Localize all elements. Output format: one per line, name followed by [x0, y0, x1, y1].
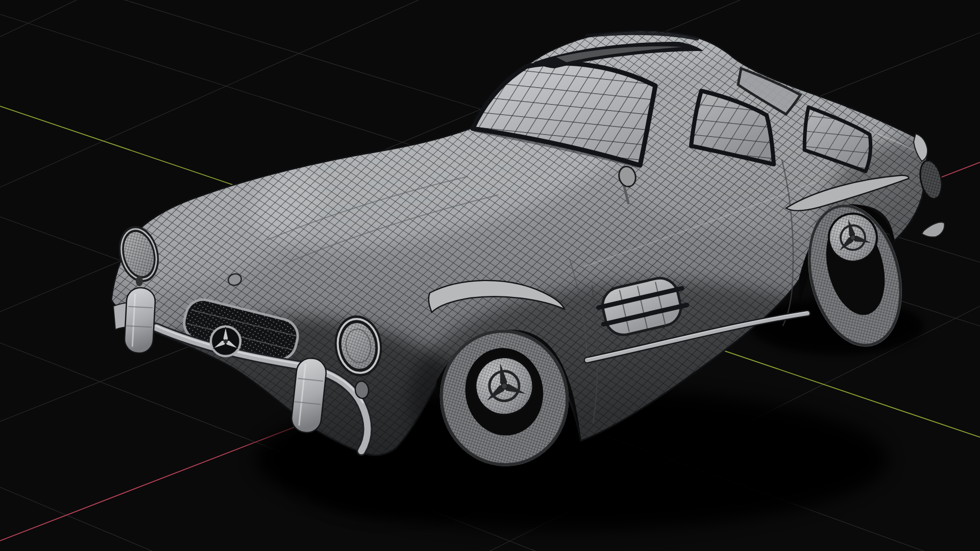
grille-star-emblem [211, 327, 240, 356]
viewport-canvas[interactable] [0, 0, 980, 551]
bumper-guard-left [124, 287, 156, 354]
headlight-left-nub [136, 276, 143, 286]
